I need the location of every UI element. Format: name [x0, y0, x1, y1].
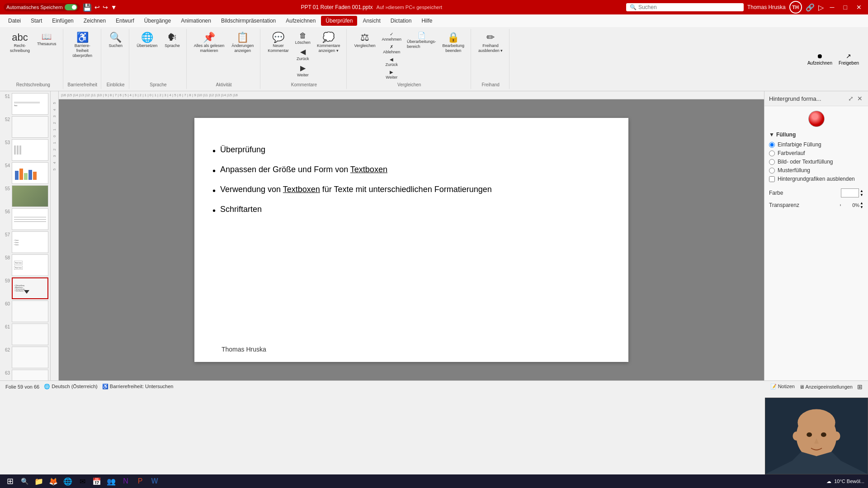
close-button[interactable]: ✕	[854, 3, 864, 12]
menu-ansicht[interactable]: Ansicht	[358, 16, 385, 26]
menu-animationen[interactable]: Animationen	[176, 16, 216, 26]
slide-item-54[interactable]: 54	[2, 162, 48, 184]
radio-farbverlauf-input[interactable]	[769, 150, 775, 156]
undo-icon[interactable]: ↩	[94, 4, 100, 11]
panel-expand-button[interactable]: ⤢	[847, 94, 854, 103]
transparency-value-container[interactable]: 0% ▲ ▼	[844, 201, 863, 209]
slide-thumb-60[interactable]	[12, 300, 48, 322]
ueberarbeitungsbereich-button[interactable]: 📄 Überarbeitungs-bereich	[405, 31, 438, 50]
slide-item-53[interactable]: 53	[2, 139, 48, 161]
taskbar-word[interactable]: W	[148, 475, 161, 488]
color-arrows[interactable]: ▲ ▼	[860, 189, 863, 197]
menu-einfuegen[interactable]: Einfügen	[47, 16, 78, 26]
taskbar-powerpoint[interactable]: P	[134, 475, 146, 488]
radio-einfarbig[interactable]: Einfarbige Füllung	[769, 141, 863, 148]
menu-datei[interactable]: Datei	[4, 16, 25, 26]
menu-ueberpruefen[interactable]: Überprüfen	[321, 16, 357, 26]
slide-item-57[interactable]: 57 • Item • Item • Item	[2, 231, 48, 253]
annehmen-button[interactable]: ✓ Annehmen	[380, 31, 403, 42]
autosave-toggle[interactable]: Automatisches Speichern	[4, 3, 80, 11]
redo-icon[interactable]: ↪	[103, 4, 108, 11]
slide-thumb-62[interactable]	[12, 347, 48, 368]
radio-muster-input[interactable]	[769, 168, 775, 174]
view-toggle-icon[interactable]: ⊞	[857, 383, 863, 390]
display-settings-button[interactable]: 🖥 Anzeigeeinstellungen	[799, 384, 853, 389]
slide-thumb-58[interactable]: Text box Text box	[12, 254, 48, 276]
notes-button[interactable]: 📝 Notizen	[770, 384, 795, 389]
menu-start[interactable]: Start	[26, 16, 47, 26]
zurueck-button[interactable]: ◀ Zurück	[293, 47, 312, 62]
menu-praesentation[interactable]: Bildschirmpräsentation	[217, 16, 280, 26]
slide-thumb-51[interactable]: Text	[12, 93, 48, 115]
radio-bild-textur-input[interactable]	[769, 159, 775, 165]
menu-aufzeichnen[interactable]: Aufzeichnen	[281, 16, 320, 26]
radio-farbverlauf[interactable]: Farbverlauf	[769, 150, 863, 156]
vergleichen-button[interactable]: ⚖ Vergleichen	[351, 31, 378, 50]
panel-close-button[interactable]: ✕	[856, 94, 863, 103]
hide-graphics-row[interactable]: Hintergrundgrafiken ausblenden	[769, 176, 863, 182]
ablehnen-button[interactable]: ✗ Ablehnen	[380, 43, 403, 55]
neuer-kommentar-button[interactable]: 💬 NeuerKommentar	[265, 31, 292, 55]
slide-thumb-53[interactable]	[12, 139, 48, 161]
kommentare-anzeigen-button[interactable]: 💭 Kommentareanzeigen ▾	[314, 31, 343, 55]
slide-thumb-55[interactable]	[12, 185, 48, 207]
slide-thumb-57[interactable]: • Item • Item • Item	[12, 231, 48, 253]
accessibility-indicator[interactable]: ♿ Barrierefreiheit: Untersuchen	[102, 384, 174, 389]
rechtschreibung-button[interactable]: abc Recht-schreibung	[7, 31, 33, 55]
sprache-button[interactable]: 🗣 Sprache	[162, 31, 183, 50]
weiter-button[interactable]: ▶ Weiter	[293, 63, 312, 78]
autosave-toggle-pill[interactable]	[65, 4, 77, 10]
thesaurus-button[interactable]: 📖 Thesaurus	[34, 31, 59, 48]
color-swatch[interactable]	[841, 188, 859, 197]
share-icon[interactable]: 🔗	[806, 3, 815, 12]
radio-muster[interactable]: Musterfüllung	[769, 167, 863, 174]
bearbeitung-beenden-button[interactable]: 🔒 Bearbeitungbeenden	[440, 31, 467, 55]
taskbar-start[interactable]: ⊞	[4, 475, 16, 488]
taskbar-onenote[interactable]: N	[119, 475, 132, 488]
slide-panel[interactable]: 51 Text 52 53	[0, 91, 51, 380]
slide-item-63[interactable]: 63	[2, 370, 48, 380]
taskbar-teams[interactable]: 👥	[105, 475, 118, 488]
taskbar-browser-firefox[interactable]: 🦊	[47, 475, 60, 488]
canvas-area[interactable]: |16 |15 |14 |13 |12 |11 |10 | 9 | 8 | 7 …	[51, 91, 764, 380]
radio-bild-textur[interactable]: Bild- oder Texturfüllung	[769, 159, 863, 165]
quick-access-icon[interactable]: ▼	[111, 4, 117, 11]
zurueck2-button[interactable]: ◀ Zurück	[380, 56, 403, 68]
barrierefreiheit-button[interactable]: ♿ Barriere-freiheitüberprüfen	[70, 31, 95, 60]
taskbar-search[interactable]: 🔍	[18, 475, 31, 488]
freihand-button[interactable]: ✏ Freihandausblenden ▾	[476, 31, 505, 55]
suchen-button[interactable]: 🔍 Suchen	[106, 31, 125, 50]
menu-uebergaenge[interactable]: Übergänge	[140, 16, 175, 26]
search-input[interactable]	[638, 4, 740, 10]
hide-graphics-checkbox[interactable]	[769, 176, 775, 182]
loeschen-button[interactable]: 🗑 Löschen	[293, 31, 312, 46]
aufzeichnen-button[interactable]: ⏺ Aufzeichnen	[806, 51, 834, 67]
slide-item-60[interactable]: 60	[2, 300, 48, 322]
menu-entwurf[interactable]: Entwurf	[111, 16, 139, 26]
search-bar[interactable]: 🔍	[626, 3, 744, 11]
radio-einfarbig-input[interactable]	[769, 142, 775, 148]
maximize-button[interactable]: □	[841, 3, 850, 12]
slide-thumb-52[interactable]	[12, 116, 48, 138]
slide-item-61[interactable]: 61	[2, 324, 48, 345]
freigeben-button[interactable]: ↗ Freigeben	[837, 51, 861, 67]
present-icon[interactable]: ▷	[818, 3, 824, 12]
alles-markieren-button[interactable]: 📌 Alles als gelesenmarkieren	[191, 31, 227, 55]
slide-item-56[interactable]: 56	[2, 208, 48, 230]
taskbar-calendar[interactable]: 📅	[90, 475, 103, 488]
slide-thumb-56[interactable]	[12, 208, 48, 230]
uebersetzen-button[interactable]: 🌐 Übersetzen	[134, 31, 160, 50]
taskbar-explorer[interactable]: 📁	[33, 475, 45, 488]
slide-item-58[interactable]: 58 Text box Text box	[2, 254, 48, 276]
slide-thumb-61[interactable]	[12, 324, 48, 345]
taskbar-browser-chrome[interactable]: 🌐	[61, 475, 74, 488]
slide-thumb-63[interactable]	[12, 370, 48, 380]
menu-dictation[interactable]: Dictation	[386, 16, 416, 26]
aenderungen-button[interactable]: 📋 Änderungenanzeigen	[229, 31, 256, 55]
slide-canvas[interactable]: Überprüfung Anpassen der Größe und Form …	[194, 118, 628, 362]
slide-item-55[interactable]: 55	[2, 185, 48, 207]
slide-item-62[interactable]: 62	[2, 347, 48, 368]
slide-item-51[interactable]: 51 Text	[2, 93, 48, 115]
transparency-arrows[interactable]: ▲ ▼	[860, 201, 863, 209]
menu-zeichnen[interactable]: Zeichnen	[79, 16, 110, 26]
